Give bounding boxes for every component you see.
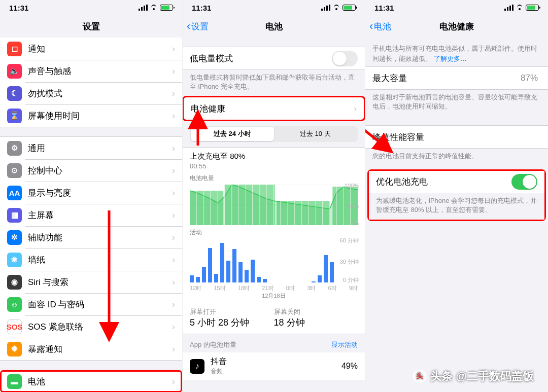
last-charge-time: 00:55 — [190, 162, 358, 170]
max-capacity-note: 这是相对于新电池而言的电池容量。容量较低可能导致充电后，电池使用时间缩短。 — [365, 90, 548, 116]
activity-bar — [196, 277, 200, 282]
battery-icon: ⚡ — [160, 5, 173, 11]
chevron-right-icon: › — [172, 165, 175, 176]
settings-row-面容 ID 与密码[interactable]: ☺面容 ID 与密码› — [0, 293, 182, 315]
settings-row-通知[interactable]: ◻通知› — [0, 38, 182, 60]
status-bar: 11:31 ⚡ — [365, 0, 548, 15]
chevron-right-icon: › — [172, 143, 175, 154]
activity-chart: 60 分钟 30 分钟 0 分钟 — [190, 239, 358, 282]
activity-label: 活动 — [190, 228, 358, 237]
battery-level-label: 电池电量 — [190, 174, 358, 183]
optimized-charging-toggle[interactable] — [511, 174, 537, 190]
nav-bar: ‹设置 电池 — [183, 15, 365, 38]
chevron-right-icon: › — [172, 376, 175, 387]
chevron-right-icon: › — [172, 210, 175, 221]
activity-bar — [232, 249, 236, 282]
settings-row-通用[interactable]: ⚙通用› — [0, 137, 182, 159]
activity-bar — [202, 267, 206, 283]
low-power-mode-row[interactable]: 低电量模式 — [183, 47, 365, 69]
back-button[interactable]: ‹电池 — [369, 21, 391, 32]
signal-icon — [504, 5, 513, 11]
setting-icon: ⚙ — [7, 141, 22, 156]
show-activity-link[interactable]: 显示活动 — [331, 340, 358, 349]
chevron-right-icon: › — [172, 322, 175, 332]
battery-charts: 上次充电至 80% 00:55 电池电量 100% 50% 0% — [183, 147, 365, 302]
battery-level-chart: 100% 50% 0% — [190, 185, 358, 225]
chevron-right-icon: › — [172, 66, 175, 77]
wifi-icon — [332, 5, 340, 11]
app-usage-header: App 的电池用量 — [190, 340, 236, 349]
signal-icon — [139, 5, 148, 11]
screen-settings: 11:31 ⚡ 设置 ◻通知›🔈声音与触感›☾勿扰模式›⌛屏幕使用时间› ⚙通用… — [0, 0, 183, 392]
settings-row-显示与亮度[interactable]: AA显示与亮度› — [0, 182, 182, 204]
activity-bar — [263, 279, 267, 282]
learn-more-link[interactable]: 了解更多… — [434, 55, 467, 62]
activity-bar — [324, 255, 328, 282]
status-bar: 11:31 ⚡ — [183, 0, 365, 15]
status-bar: 11:31 ⚡ — [0, 0, 182, 15]
activity-bar — [190, 275, 194, 282]
activity-bar — [312, 281, 316, 283]
svg-rect-4 — [190, 191, 223, 225]
optimized-charging-note: 为减缓电池老化，iPhone 会学习您每日的充电模式，并暂缓充电至 80% 以上… — [369, 193, 544, 220]
chevron-right-icon: › — [172, 188, 175, 198]
wifi-icon — [150, 5, 158, 11]
status-time: 11:31 — [374, 4, 394, 12]
watermark-icon: 头 — [413, 370, 426, 383]
settings-row-勿扰模式[interactable]: ☾勿扰模式› — [0, 82, 182, 104]
settings-row-主屏幕[interactable]: ▦主屏幕› — [0, 204, 182, 226]
activity-bar — [245, 270, 249, 283]
settings-row-控制中心[interactable]: ⊙控制中心› — [0, 159, 182, 182]
settings-row-暴露通知[interactable]: ✹暴露通知› — [0, 338, 182, 360]
chevron-right-icon: › — [172, 111, 175, 121]
chevron-right-icon: › — [172, 255, 175, 265]
status-time: 11:31 — [192, 4, 211, 12]
setting-icon: ◻ — [7, 42, 22, 56]
settings-row-SOS 紧急联络[interactable]: SOSSOS 紧急联络› — [0, 315, 182, 338]
segment-24h[interactable]: 过去 24 小时 — [191, 127, 274, 141]
peak-performance-note: 您的电池目前支持正常的峰值性能。 — [365, 149, 548, 166]
signal-icon — [321, 5, 330, 11]
setting-icon: ▬ — [7, 374, 22, 389]
setting-icon: ◉ — [7, 275, 22, 290]
setting-icon: ✲ — [7, 230, 22, 245]
max-capacity-row: 最大容量 87% — [365, 67, 548, 89]
settings-row-电池[interactable]: ▬电池› — [0, 370, 182, 392]
settings-row-屏幕使用时间[interactable]: ⌛屏幕使用时间› — [0, 104, 182, 127]
douyin-icon: ♪ — [190, 359, 204, 374]
screen-battery-health: 11:31 ⚡ ‹电池 电池健康 手机电池与所有可充电电池类似，属于易耗部件。使… — [365, 0, 548, 392]
time-range-segment[interactable]: 过去 24 小时 过去 10 天 — [190, 126, 358, 142]
wifi-icon — [516, 5, 524, 11]
x-axis-labels: 12时15时18时21时0时3时6时9时 — [190, 284, 358, 292]
setting-icon: ⊙ — [7, 163, 22, 178]
setting-icon: SOS — [7, 319, 22, 334]
battery-health-row[interactable]: 电池健康 › — [184, 97, 364, 120]
app-row-douyin[interactable]: ♪ 抖音 音频 49% — [183, 352, 365, 380]
setting-icon: ✹ — [7, 342, 22, 357]
settings-row-墙纸[interactable]: ❀墙纸› — [0, 248, 182, 271]
status-time: 11:31 — [9, 4, 28, 12]
low-power-toggle[interactable] — [332, 51, 358, 66]
settings-row-Siri 与搜索[interactable]: ◉Siri 与搜索› — [0, 271, 182, 293]
settings-row-声音与触感[interactable]: 🔈声音与触感› — [0, 60, 182, 82]
peak-performance-row: 峰值性能容量 — [365, 126, 548, 148]
activity-bar — [238, 262, 243, 282]
optimized-charging-row[interactable]: 优化电池充电 — [369, 171, 544, 193]
watermark: 头 头条 @二手数码盖饭 — [413, 369, 534, 384]
status-indicators: ⚡ — [139, 5, 173, 11]
screen-battery: 11:31 ⚡ ‹设置 电池 低电量模式 低电量模式将暂时降低如下载和邮件获取等… — [183, 0, 365, 392]
setting-icon: ☺ — [7, 297, 22, 312]
setting-icon: ☾ — [7, 86, 22, 101]
chevron-right-icon: › — [172, 88, 175, 99]
chevron-right-icon: › — [172, 44, 175, 54]
activity-bar — [257, 277, 261, 282]
low-power-note: 低电量模式将暂时降低如下载和邮件获取等后台活动，直至 iPhone 完全充电。 — [183, 70, 365, 96]
back-button[interactable]: ‹设置 — [187, 21, 209, 32]
settings-row-辅助功能[interactable]: ✲辅助功能› — [0, 226, 182, 248]
chevron-left-icon: ‹ — [369, 21, 373, 32]
activity-bar — [208, 248, 212, 283]
segment-10d[interactable]: 过去 10 天 — [274, 127, 357, 141]
nav-bar: ‹电池 电池健康 — [365, 15, 548, 38]
nav-bar: 设置 — [0, 15, 182, 38]
intro-note: 手机电池与所有可充电电池类似，属于易耗部件。使用时间越长，能效越低。 了解更多… — [365, 38, 548, 66]
